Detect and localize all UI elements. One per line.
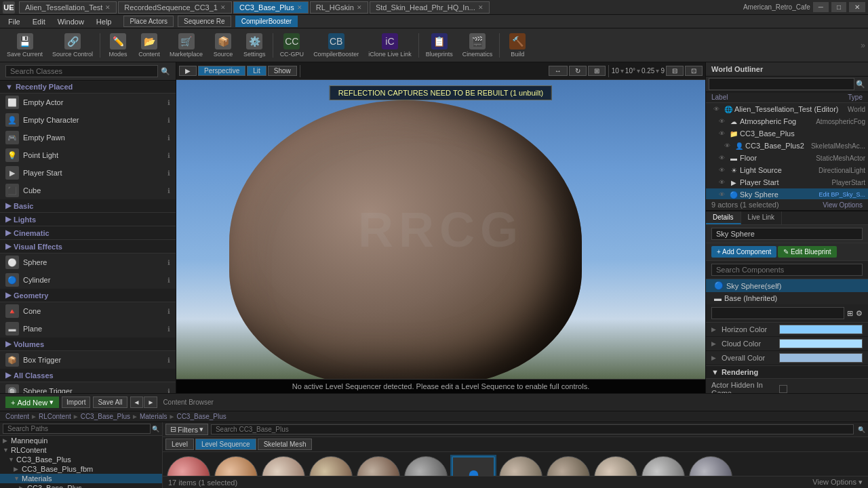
section-basic[interactable]: ▶ Basic: [0, 199, 176, 213]
search-classes-input[interactable]: [5, 65, 158, 77]
details-settings-icon[interactable]: ⚙: [856, 309, 863, 318]
section-visual-effects[interactable]: ▶ Visual Effects: [0, 240, 176, 253]
eye-icon[interactable]: 👁: [717, 117, 726, 126]
cinematics-btn[interactable]: 🎬 Cinematics: [458, 30, 497, 60]
section-lights[interactable]: ▶ Lights: [0, 213, 176, 226]
eye-icon[interactable]: 👁: [711, 104, 721, 114]
nav-forward-btn[interactable]: ►: [144, 396, 157, 408]
tab-level[interactable]: Level: [165, 439, 194, 450]
build-btn[interactable]: 🔨 Build: [502, 30, 532, 60]
tree-item[interactable]: ▼ CC3_Base_Plus: [0, 455, 162, 464]
asset-item[interactable]: Std_Eye...: [308, 455, 354, 476]
asset-item[interactable]: Std_Eye_R...: [403, 455, 449, 476]
save-current-btn[interactable]: 💾 Save Current: [3, 30, 47, 60]
outliner-item[interactable]: 👁 👤 CC3_Base_Plus2 SkeletalMeshAc...: [706, 140, 868, 152]
compiler-booster-btn[interactable]: CB CompilerBooster: [309, 30, 363, 60]
source-control-btn[interactable]: 🔗 Source Control: [48, 30, 97, 60]
view-options-btn[interactable]: View Options: [823, 201, 863, 209]
overall-color-value[interactable]: [779, 353, 863, 363]
tab-live-link[interactable]: Live Link: [741, 211, 782, 224]
tab-4-close[interactable]: ✕: [478, 4, 484, 11]
list-item[interactable]: 📦 Box Trigger ℹ: [0, 351, 176, 369]
tab-4[interactable]: Std_Skin_Head_Phr_HQ_In... ✕: [370, 1, 490, 14]
tab-1-close[interactable]: ✕: [220, 4, 226, 11]
import-btn[interactable]: Import: [62, 396, 90, 408]
asset-search-input[interactable]: [211, 424, 854, 434]
outliner-item[interactable]: 👁 ☁ Atmospheric Fog AtmosphericFog: [706, 115, 868, 127]
list-item[interactable]: 💡 Point Light ℹ: [0, 146, 176, 164]
section-geometry[interactable]: ▶ Geometry: [0, 289, 176, 302]
outliner-item[interactable]: 👁 ☀ Light Source DirectionalLight: [706, 164, 868, 176]
save-all-btn[interactable]: Save All: [93, 396, 127, 408]
viewport-main[interactable]: RRCG REFLECTION CAPTURES NEED TO BE REBU…: [176, 80, 705, 379]
tab-0-close[interactable]: ✕: [105, 4, 111, 11]
rendering-section[interactable]: ▼ Rendering: [706, 365, 868, 379]
asset-item[interactable]: Std_Skin_Leg: [593, 455, 639, 476]
search-paths-input[interactable]: [3, 424, 151, 434]
translate-btn[interactable]: ↔: [549, 66, 568, 76]
modes-btn[interactable]: ✏️ Modes: [103, 30, 133, 60]
details-filter-icon[interactable]: ⊞: [847, 309, 853, 318]
eye-icon[interactable]: 👁: [717, 190, 726, 199]
component-item-base[interactable]: ▬ Base (Inherited): [706, 292, 868, 304]
horizon-color-value[interactable]: [779, 325, 863, 334]
asset-item[interactable]: Std_Skin...: [545, 455, 591, 476]
outliner-item[interactable]: 👁 ▶ Player Start PlayerStart: [706, 176, 868, 188]
asset-item[interactable]: Std_Tearline...: [640, 455, 686, 476]
tree-item[interactable]: ▶ CC3_Base_Plus_fbm: [0, 464, 162, 474]
section-recently-placed[interactable]: ▼ Recently Placed: [0, 81, 176, 94]
details-search-input[interactable]: [711, 307, 844, 319]
eye-icon[interactable]: 👁: [717, 165, 726, 175]
asset-item[interactable]: Std_Skin_Arm_Std_Skin_Body: [498, 455, 544, 476]
tab-level-sequence[interactable]: Level Sequence: [195, 439, 256, 450]
cc-gpu-btn[interactable]: CC CC-GPU: [276, 30, 309, 60]
list-item[interactable]: 🔘 Sphere Trigger ℹ: [0, 382, 176, 393]
eye-icon[interactable]: 👁: [717, 153, 726, 163]
list-item[interactable]: 🎮 Empty Pawn ℹ: [0, 129, 176, 146]
horizon-color-bar[interactable]: [779, 325, 863, 334]
menu-window[interactable]: Window: [52, 16, 90, 27]
scale-btn[interactable]: ⊞: [588, 66, 606, 76]
asset-item[interactable]: Std_Tearline...: [688, 455, 734, 476]
path-cc3baseplus[interactable]: CC3_Base_Plus: [81, 413, 130, 420]
path-content[interactable]: Content: [5, 413, 29, 420]
actor-name-input[interactable]: [711, 228, 863, 240]
list-item[interactable]: 👤 Empty Character ℹ: [0, 111, 176, 129]
tree-item[interactable]: ▶ CC3_Base_Plus: [0, 483, 162, 488]
eye-icon[interactable]: 👁: [717, 129, 726, 138]
asset-item[interactable]: Std_Cornea_R: [213, 455, 259, 476]
compiler-booster-menu-btn[interactable]: CompilerBooster: [235, 16, 298, 27]
section-all-classes[interactable]: ▶ All Classes: [0, 369, 176, 382]
component-item-sky-sphere[interactable]: 🔵 Sky Sphere(self): [706, 279, 868, 292]
menu-edit[interactable]: Edit: [27, 16, 51, 27]
outliner-item[interactable]: 👁 📁 CC3_Base_Plus: [706, 127, 868, 140]
outliner-item-sky-sphere[interactable]: 👁 🔵 Sky Sphere Edit BP_Sky_S...: [706, 188, 868, 199]
section-volumes[interactable]: ▶ Volumes: [0, 338, 176, 351]
expand-icon[interactable]: »: [861, 41, 865, 50]
list-item[interactable]: ⚪ Sphere ℹ: [0, 253, 176, 271]
tab-1[interactable]: RecordedSequence_CC3_1 ✕: [118, 1, 232, 14]
lit-btn[interactable]: Lit: [247, 66, 267, 76]
add-new-btn[interactable]: + Add New ▾: [5, 396, 59, 408]
maximize-btn[interactable]: □: [831, 2, 846, 12]
asset-item-selected[interactable]: 👤 Std_Lowe...: [450, 455, 496, 476]
cloud-color-bar[interactable]: [779, 339, 863, 348]
content-btn[interactable]: 📂 Content: [134, 30, 164, 60]
realtime-btn[interactable]: ▶: [179, 66, 197, 76]
path-materials[interactable]: Materials: [140, 413, 167, 420]
minimize-btn[interactable]: ─: [813, 2, 829, 12]
add-component-btn[interactable]: + Add Component: [711, 246, 776, 258]
asset-item[interactable]: Std_Cornea_1: [165, 455, 212, 476]
tab-2-close[interactable]: ✕: [297, 4, 302, 11]
eye-icon[interactable]: 👁: [722, 141, 732, 150]
section-cinematic[interactable]: ▶ Cinematic: [0, 226, 176, 240]
list-item[interactable]: 🔵 Cylinder ℹ: [0, 271, 176, 289]
filters-btn[interactable]: ⊟ Filters ▾: [165, 424, 208, 435]
camera-settings-btn[interactable]: ⊟: [666, 66, 684, 76]
place-actors-btn[interactable]: Place Actors: [123, 16, 174, 27]
component-search-input[interactable]: [711, 264, 863, 276]
tab-skeletal-mesh[interactable]: Skeletal Mesh: [258, 439, 313, 450]
tab-3-close[interactable]: ✕: [357, 4, 362, 11]
actor-hidden-checkbox[interactable]: [779, 385, 787, 393]
tree-item[interactable]: ▼ RLContent: [0, 445, 162, 455]
